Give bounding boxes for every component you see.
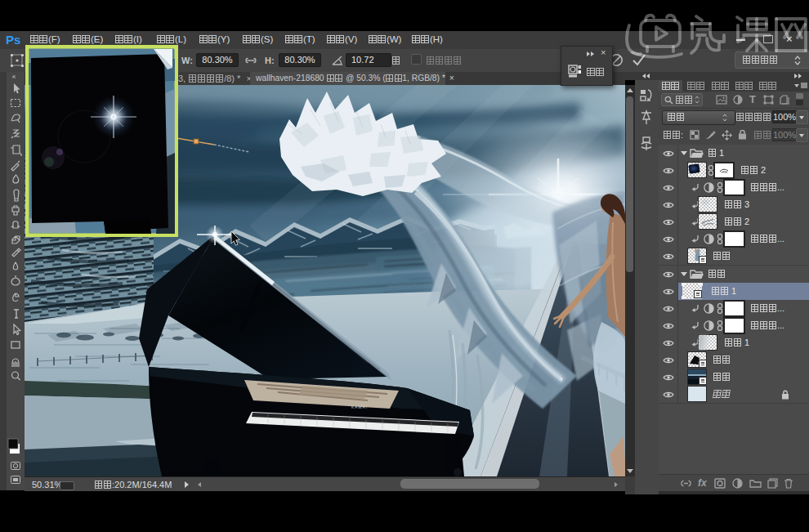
svg-text:KAWAI: KAWAI: [351, 405, 368, 409]
